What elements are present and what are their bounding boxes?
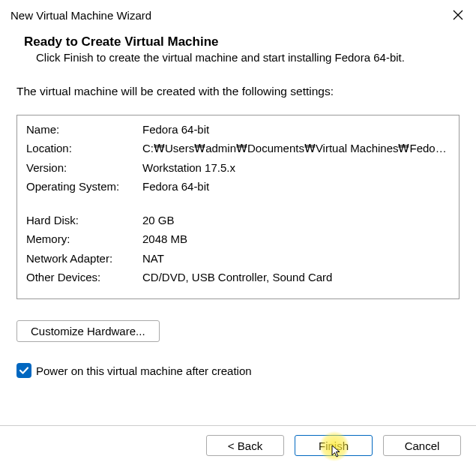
settings-row: Hard Disk:20 GB — [25, 211, 451, 230]
settings-value: NAT — [141, 249, 451, 268]
settings-label: Network Adapter: — [25, 249, 141, 268]
settings-value: CD/DVD, USB Controller, Sound Card — [141, 268, 451, 286]
page-title: Ready to Create Virtual Machine — [24, 34, 463, 50]
window-title: New Virtual Machine Wizard — [10, 9, 151, 22]
settings-value: Fedora 64-bit — [141, 177, 451, 196]
settings-row: Operating System:Fedora 64-bit — [25, 177, 451, 196]
settings-summary: Name:Fedora 64-bitLocation:C:₩Users₩admi… — [16, 115, 460, 299]
settings-row: Memory:2048 MB — [25, 230, 451, 248]
settings-label: Version: — [25, 158, 141, 177]
settings-value: 20 GB — [141, 211, 451, 230]
settings-label: Memory: — [25, 230, 141, 248]
settings-label: Name: — [25, 120, 141, 139]
close-icon[interactable] — [451, 8, 466, 22]
intro-text: The virtual machine will be created with… — [16, 85, 460, 98]
back-button[interactable]: < Back — [206, 435, 284, 456]
cancel-button[interactable]: Cancel — [383, 435, 461, 456]
page-subtitle: Click Finish to create the virtual machi… — [24, 51, 463, 64]
settings-label: Operating System: — [25, 177, 141, 196]
settings-label: Location: — [25, 139, 141, 158]
settings-value: Workstation 17.5.x — [141, 158, 451, 177]
settings-row: Version:Workstation 17.5.x — [25, 158, 451, 177]
settings-row: Location:C:₩Users₩admin₩Documents₩Virtua… — [25, 139, 451, 158]
finish-button-label: Finish — [319, 440, 349, 452]
settings-value: Fedora 64-bit — [141, 120, 451, 139]
settings-value: 2048 MB — [141, 230, 451, 248]
settings-label: Hard Disk: — [25, 211, 141, 230]
settings-row: Network Adapter:NAT — [25, 249, 451, 268]
settings-label: Other Devices: — [25, 268, 141, 286]
power-on-label: Power on this virtual machine after crea… — [36, 364, 252, 377]
settings-value: C:₩Users₩admin₩Documents₩Virtual Machine… — [141, 139, 451, 158]
customize-hardware-button[interactable]: Customize Hardware... — [16, 320, 160, 342]
power-on-checkbox[interactable] — [16, 363, 31, 378]
finish-button[interactable]: Finish — [295, 435, 373, 456]
settings-row: Other Devices:CD/DVD, USB Controller, So… — [25, 268, 451, 286]
settings-row: Name:Fedora 64-bit — [25, 120, 451, 139]
